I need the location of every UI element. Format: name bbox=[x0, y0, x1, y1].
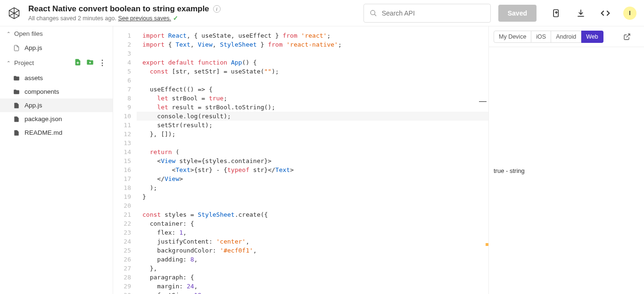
search-input[interactable] bbox=[382, 9, 485, 17]
sidebar-item-components[interactable]: components bbox=[0, 85, 113, 98]
code-line[interactable]: useEffect(() => { bbox=[137, 85, 488, 94]
search-box[interactable] bbox=[363, 4, 491, 23]
code-line[interactable]: fontSize: 18, bbox=[137, 291, 488, 294]
open-file-item[interactable]: App.js bbox=[0, 41, 113, 55]
avatar-letter: I bbox=[629, 10, 630, 16]
preview-tab-my-device[interactable]: My Device bbox=[494, 31, 531, 43]
code-line[interactable]: padding: 8, bbox=[137, 255, 488, 264]
code-editor[interactable]: 1234567891011121314151617181920212223242… bbox=[113, 26, 488, 294]
svg-point-0 bbox=[371, 10, 375, 15]
code-line[interactable]: container: { bbox=[137, 219, 488, 228]
preview-output-text: true - string bbox=[494, 167, 525, 174]
code-line[interactable]: }, []); bbox=[137, 130, 488, 139]
file-icon bbox=[13, 45, 20, 51]
code-line[interactable]: let strBool = true; bbox=[137, 94, 488, 103]
code-line[interactable]: margin: 24, bbox=[137, 282, 488, 291]
sidebar-item-App-js[interactable]: App.js bbox=[0, 98, 113, 112]
code-line[interactable]: setStr(result); bbox=[137, 121, 488, 130]
file-icon bbox=[13, 130, 20, 136]
item-name: App.js bbox=[25, 102, 42, 109]
file-icon bbox=[13, 116, 20, 122]
line-gutter: 1234567891011121314151617181920212223242… bbox=[113, 26, 137, 294]
preview-tab-android[interactable]: Android bbox=[551, 31, 581, 43]
sidebar: ⌃ Open files App.js ⌃ Project ⋮ assetsco… bbox=[0, 26, 113, 294]
code-line[interactable] bbox=[137, 201, 488, 210]
logo-icon bbox=[8, 7, 21, 20]
svg-line-1 bbox=[374, 14, 376, 16]
previous-saves-link[interactable]: See previous saves. bbox=[118, 15, 171, 22]
project-label: Project bbox=[14, 59, 34, 66]
preview-tab-ios[interactable]: iOS bbox=[531, 31, 551, 43]
code-line[interactable] bbox=[137, 139, 488, 147]
code-line[interactable]: export default function App() { bbox=[137, 58, 488, 67]
chevron-down-icon: ⌃ bbox=[7, 60, 10, 65]
code-line[interactable]: flex: 1, bbox=[137, 228, 488, 237]
code-line[interactable]: import { Text, View, StyleSheet } from '… bbox=[137, 40, 488, 49]
code-line[interactable]: console.log(result); bbox=[137, 112, 488, 121]
new-file-icon[interactable] bbox=[74, 58, 82, 67]
code-line[interactable]: } bbox=[137, 192, 488, 201]
code-line[interactable]: return ( bbox=[137, 147, 488, 156]
sidebar-item-assets[interactable]: assets bbox=[0, 71, 113, 85]
save-status: All changes saved 2 minutes ago. See pre… bbox=[28, 15, 221, 22]
code-line[interactable]: paragraph: { bbox=[137, 273, 488, 282]
popout-icon[interactable] bbox=[621, 31, 633, 42]
page-title: React Native convert boolean to string e… bbox=[28, 4, 209, 14]
open-files-header[interactable]: ⌃ Open files bbox=[0, 26, 113, 41]
avatar[interactable]: I bbox=[623, 7, 636, 20]
minimap bbox=[486, 26, 488, 294]
export-icon[interactable] bbox=[551, 8, 562, 19]
preview-tab-web[interactable]: Web bbox=[581, 31, 603, 43]
code-line[interactable]: ); bbox=[137, 183, 488, 192]
file-icon bbox=[13, 102, 20, 109]
project-header[interactable]: ⌃ Project ⋮ bbox=[0, 55, 113, 71]
item-name: package.json bbox=[25, 115, 62, 122]
download-icon[interactable] bbox=[575, 8, 586, 19]
sidebar-item-README-md[interactable]: README.md bbox=[0, 126, 113, 139]
code-line[interactable]: const styles = StyleSheet.create({ bbox=[137, 210, 488, 219]
file-name: App.js bbox=[25, 44, 42, 51]
code-line[interactable]: <View style={styles.container}> bbox=[137, 156, 488, 165]
code-line[interactable]: justifyContent: 'center', bbox=[137, 237, 488, 246]
preview-tabs: My DeviceiOSAndroidWeb bbox=[489, 26, 644, 47]
preview-output: true - string bbox=[489, 47, 644, 294]
search-icon bbox=[370, 9, 377, 17]
code-area[interactable]: import React, { useState, useEffect } fr… bbox=[137, 26, 488, 294]
code-line[interactable]: import React, { useState, useEffect } fr… bbox=[137, 31, 488, 40]
folder-icon bbox=[13, 75, 20, 82]
item-name: README.md bbox=[25, 129, 62, 136]
item-name: assets bbox=[25, 74, 43, 82]
sidebar-item-package-json[interactable]: package.json bbox=[0, 112, 113, 126]
code-line[interactable]: const [str, setStr] = useState(""); bbox=[137, 67, 488, 76]
svg-rect-2 bbox=[553, 9, 558, 16]
new-folder-icon[interactable] bbox=[86, 58, 94, 67]
code-line[interactable] bbox=[137, 76, 488, 85]
code-line[interactable]: backgroundColor: '#ecf0f1', bbox=[137, 246, 488, 255]
info-icon[interactable]: i bbox=[213, 5, 221, 13]
open-files-label: Open files bbox=[14, 30, 43, 37]
code-line[interactable]: }, bbox=[137, 264, 488, 273]
save-status-text: All changes saved 2 minutes ago. bbox=[28, 15, 118, 22]
header: React Native convert boolean to string e… bbox=[0, 0, 644, 26]
code-line[interactable]: let result = strBool.toString(); bbox=[137, 103, 488, 112]
item-name: components bbox=[25, 88, 59, 95]
code-icon[interactable] bbox=[600, 8, 611, 19]
saved-button[interactable]: Saved bbox=[498, 5, 537, 22]
more-icon[interactable]: ⋮ bbox=[99, 58, 106, 67]
code-line[interactable] bbox=[137, 49, 488, 58]
code-line[interactable]: </View> bbox=[137, 174, 488, 183]
preview-panel: My DeviceiOSAndroidWeb true - string bbox=[488, 26, 644, 294]
check-icon: ✓ bbox=[173, 15, 178, 22]
code-line[interactable]: <Text>{str} - {typeof str}</Text> bbox=[137, 165, 488, 174]
chevron-down-icon: ⌃ bbox=[7, 31, 10, 36]
folder-icon bbox=[13, 89, 20, 95]
